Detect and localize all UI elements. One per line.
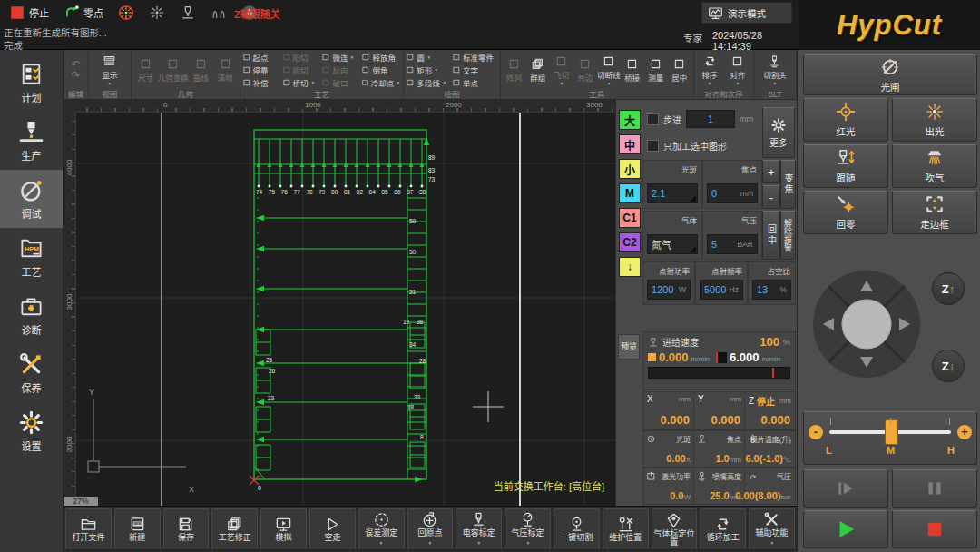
sidebar-item-plan[interactable]: 计划 (0, 54, 63, 112)
value-input[interactable]: 0mm (707, 183, 758, 203)
one-key-cut-button[interactable]: 一键切割 (554, 508, 600, 550)
drawing-canvas[interactable]: 7475767778798081828485868788898373595051… (64, 100, 615, 506)
ribbon-item-standard-part[interactable]: 标准零件 (452, 52, 498, 64)
sidebar-item-diagnosis[interactable]: 诊断 (0, 286, 63, 344)
ribbon-item-release-corner[interactable]: 释放角 (361, 52, 401, 64)
redo-button[interactable]: ↷ (65, 71, 86, 81)
trace-frame-button[interactable]: 走边框 (892, 191, 977, 234)
slider-minus-button[interactable]: - (808, 425, 823, 439)
ribbon-button-group[interactable]: 群组 (526, 53, 550, 87)
curve-button[interactable] (205, 1, 232, 25)
zero-point-button[interactable]: 零点 (58, 1, 109, 25)
step-value-box[interactable]: 1 (686, 110, 735, 128)
slider-plus-button[interactable]: + (957, 425, 972, 439)
focus-plus-button[interactable]: + (762, 160, 780, 183)
process-correct-button[interactable]: 工艺修正 (211, 508, 258, 550)
ribbon-button-cutting-head[interactable]: 切割头▼ (756, 53, 794, 87)
ribbon-item-circle[interactable]: 圆▼ (406, 52, 452, 64)
pressure-calibrate-button[interactable]: 气压标定▼ (505, 508, 551, 550)
ribbon-group-label: 绘图 (404, 88, 499, 99)
ribbon-item-point[interactable]: 单点 (452, 77, 498, 89)
more-button[interactable]: 更多 (762, 107, 795, 158)
sidebar-item-debug[interactable]: 调试 (0, 170, 63, 228)
layer-button-C1[interactable]: C1 (619, 208, 641, 228)
blow-air-button[interactable]: 吹气 (892, 144, 977, 188)
z-up-button[interactable]: Z↑ (932, 272, 965, 305)
ribbon-item-dock[interactable]: 停靠 (242, 64, 282, 76)
cycle-process-button[interactable]: 循环加工 (700, 508, 746, 550)
demo-mode-button[interactable]: 演示模式 (701, 2, 792, 24)
clear-alarm-button[interactable]: 解除报警 (780, 211, 796, 260)
ribbon-item-bridge-cut[interactable]: 桥切▼ (282, 77, 322, 89)
save-button[interactable]: 保存 (163, 508, 210, 550)
laser-enable-button[interactable] (113, 1, 140, 25)
step-checkbox[interactable] (647, 113, 659, 125)
start-button[interactable] (803, 510, 888, 548)
layer-button-中[interactable]: 中 (619, 134, 641, 154)
open-file-button[interactable]: 打开文件 (65, 508, 112, 550)
ribbon-button-measure[interactable]: 测量 (644, 53, 668, 87)
gen-icon (578, 57, 592, 71)
new-button[interactable]: NEW新建 (114, 508, 161, 550)
laser-button[interactable] (143, 1, 171, 25)
ribbon-item-micro-joint[interactable]: 微连▼ (321, 52, 361, 64)
ribbon-item-polyline[interactable]: 多段线▼ (406, 77, 452, 89)
value-input[interactable]: 5BAR (707, 234, 758, 254)
ribbon-item-chamfer[interactable]: 倒角 (361, 64, 401, 76)
shutter-button[interactable]: 光闸 (803, 54, 977, 95)
gas-calibrate-position-button[interactable]: 气体标定位置 (652, 508, 698, 550)
ribbon-item-text[interactable]: 文字 (452, 64, 498, 76)
ribbon-button-center[interactable]: 居中 (668, 53, 691, 87)
follow-button[interactable] (174, 1, 201, 25)
gas-cell: 气体氮气 (642, 211, 702, 260)
sidebar-item-production[interactable]: 生产 (0, 112, 63, 170)
ribbon-button-sort[interactable]: 排序▼ (696, 53, 724, 87)
value-input[interactable]: 1200W (647, 280, 691, 300)
sidebar-item-process[interactable]: HPM工艺 (0, 228, 63, 286)
stop-button[interactable]: 停止 (4, 1, 54, 25)
jog-pad[interactable] (810, 268, 923, 380)
zoom-focus-button[interactable]: 变焦 (780, 160, 796, 209)
follow-button[interactable]: 跟随 (803, 144, 888, 188)
return-zero-button[interactable]: 回零 (803, 191, 888, 234)
ribbon-item-cooling-point[interactable]: 冷却点▼ (361, 77, 401, 89)
undo-button[interactable]: ↶ (65, 60, 86, 70)
layer-button-C2[interactable]: C2 (619, 232, 641, 252)
value-input[interactable]: 13% (752, 280, 791, 300)
stop-button[interactable] (892, 510, 977, 548)
layer-button-小[interactable]: 小 (619, 159, 641, 179)
layer-button-↓[interactable]: ↓ (619, 257, 641, 277)
ribbon-button-align[interactable]: 对齐▼ (723, 53, 751, 87)
sidebar-item-settings[interactable]: 设置 (0, 402, 63, 460)
layer-button-M[interactable]: M (619, 183, 641, 203)
value-input[interactable]: 5000Hz (700, 280, 743, 300)
ribbon-button-cutoff-line[interactable]: 切断线▼ (597, 53, 621, 87)
maintain-position-button[interactable]: 维护位置 (603, 508, 649, 550)
ribbon-item-rect[interactable]: 矩形▼ (406, 64, 452, 76)
go-origin-button[interactable]: 回原点▼ (407, 508, 454, 550)
ribbon-item-start-point[interactable]: 起点 (242, 52, 282, 64)
focus-minus-button[interactable]: - (762, 185, 780, 209)
center-button[interactable]: 回中 (762, 211, 780, 260)
laser-out-button[interactable]: 出光 (892, 98, 977, 142)
ribbon-button-display[interactable]: 显示▼ (91, 53, 129, 87)
ribbon-button-bridge[interactable]: 桥接 (621, 53, 644, 87)
chevron-down-icon: ▼ (559, 81, 564, 85)
frame-icon (925, 194, 945, 214)
ribbon-item-compensation[interactable]: 补偿 (242, 77, 282, 89)
only-selected-checkbox[interactable] (647, 140, 659, 152)
red-light-button[interactable]: 红光 (803, 98, 888, 142)
value-input[interactable]: 氮气 (647, 234, 698, 254)
z-down-button[interactable]: Z↓ (932, 350, 965, 382)
layer-button-大[interactable]: 大 (619, 110, 641, 130)
slider-handle[interactable] (885, 419, 898, 445)
preview-tab[interactable]: 预览 (618, 334, 640, 360)
cap-calibrate-button[interactable]: 电容标定▼ (456, 508, 502, 550)
value-input[interactable]: 2.1 (647, 183, 698, 203)
sidebar-item-maintenance[interactable]: 保养 (0, 344, 63, 402)
power-icon (646, 471, 656, 481)
simulate-button[interactable]: 模拟 (260, 508, 307, 550)
aux-functions-button[interactable]: 辅助功能▼ (749, 508, 795, 550)
error-measure-button[interactable]: 误差测定▼ (358, 508, 405, 550)
dry-run-button[interactable]: 空走 (309, 508, 356, 550)
